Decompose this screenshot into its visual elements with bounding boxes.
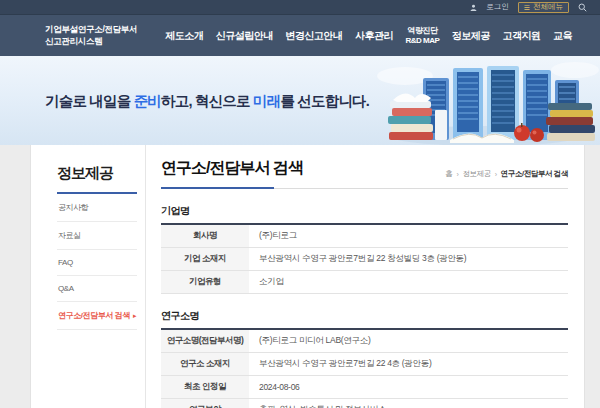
servers-books-illustration xyxy=(375,56,600,145)
breadcrumb-info[interactable]: 정보제공 xyxy=(462,169,490,179)
slogan-accent-1: 준비 xyxy=(134,93,161,109)
search-icon[interactable] xyxy=(578,3,587,12)
row-label: 연구분야 xyxy=(161,399,249,408)
page-title: 연구소/전담부서 검색 xyxy=(161,158,303,179)
main-header: 기업부설연구소/전담부서 신고관리시스템 제도소개 신규설립안내 변경신고안내 … xyxy=(0,15,600,56)
sidebar-item-label: Q&A xyxy=(58,284,74,293)
logo-line2: 신고관리시스템 xyxy=(45,36,137,47)
table-row: 연구소 소재지 부산광역시 수영구 광안로7번길 22 4층 (광안동) xyxy=(161,353,568,376)
nav-item-info[interactable]: 정보제공 xyxy=(452,29,490,43)
section-title-company: 기업명 xyxy=(161,204,568,218)
section-title-lab: 연구소명 xyxy=(161,309,568,323)
sidebar-item-label: 공지사항 xyxy=(58,202,88,213)
row-label: 최초 인정일 xyxy=(161,376,249,399)
content-area: 정보제공 공지사항 자료실 FAQ Q&A 연구소/전담부서 검색 ▸ xyxy=(0,145,600,408)
first-approval-date-value: 2024-08-06 xyxy=(249,376,568,399)
rnd-map-line2: R&D MAP xyxy=(405,36,439,46)
research-field-value: 출판, 영상, 방송통신 및 정보서비스 xyxy=(249,399,568,408)
sidebar-item-search[interactable]: 연구소/전담부서 검색 ▸ xyxy=(57,302,137,330)
sidebar-item-archive[interactable]: 자료실 xyxy=(57,222,137,250)
all-menu-button[interactable]: ☰ 전체메뉴 xyxy=(518,2,569,13)
lab-address-value: 부산광역시 수영구 광안로7번길 22 4층 (광안동) xyxy=(249,353,568,376)
sidebar-item-label: FAQ xyxy=(58,258,73,267)
sidebar-item-notice[interactable]: 공지사항 xyxy=(57,194,137,222)
row-label: 연구소명(전담부서명) xyxy=(161,329,249,353)
all-menu-label: 전체메뉴 xyxy=(533,2,563,12)
utility-bar: 로그인 ☰ 전체메뉴 xyxy=(0,0,600,15)
slogan-part: 기술로 내일을 xyxy=(45,93,134,109)
table-row: 최초 인정일 2024-08-06 xyxy=(161,376,568,399)
main-panel: 연구소/전담부서 검색 홈 › 정보제공 › 연구소/전담부서 검색 기업명 회… xyxy=(146,145,584,408)
hero-banner: 기술로 내일을 준비하고, 혁신으로 미래를 선도합니다. xyxy=(0,56,600,145)
table-row: 연구소명(전담부서명) (주)티로그 미디어 LAB(연구소) xyxy=(161,329,568,353)
company-name-value: (주)티로그 xyxy=(249,224,568,248)
book-stack-right xyxy=(546,103,595,141)
nav-item-support[interactable]: 고객지원 xyxy=(502,29,540,43)
hamburger-icon: ☰ xyxy=(524,4,530,11)
sidebar-item-faq[interactable]: FAQ xyxy=(57,250,137,276)
row-label: 회사명 xyxy=(161,224,249,248)
breadcrumb-current: 연구소/전담부서 검색 xyxy=(501,169,568,179)
company-info-table: 회사명 (주)티로그 기업 소재지 부산광역시 수영구 광안로7번길 22 창성… xyxy=(161,223,568,294)
page-column: 정보제공 공지사항 자료실 FAQ Q&A 연구소/전담부서 검색 ▸ xyxy=(30,145,585,408)
breadcrumb: 홈 › 정보제공 › 연구소/전담부서 검색 xyxy=(445,169,568,179)
row-label: 기업 소재지 xyxy=(161,248,249,271)
nav-item-education[interactable]: 교육 xyxy=(553,29,572,43)
table-row: 연구분야 출판, 영상, 방송통신 및 정보서비스 xyxy=(161,399,568,408)
table-row: 회사명 (주)티로그 xyxy=(161,224,568,248)
breadcrumb-separator: › xyxy=(495,171,497,178)
sidebar-title: 정보제공 xyxy=(57,164,137,194)
sidebar: 정보제공 공지사항 자료실 FAQ Q&A 연구소/전담부서 검색 ▸ xyxy=(31,145,146,408)
site-logo[interactable]: 기업부설연구소/전담부서 신고관리시스템 xyxy=(45,24,137,46)
global-nav: 제도소개 신규설립안내 변경신고안내 사후관리 역량진단 R&D MAP 정보제… xyxy=(165,26,572,45)
nav-item-change-report[interactable]: 변경신고안내 xyxy=(285,29,342,43)
nav-item-intro[interactable]: 제도소개 xyxy=(165,29,203,43)
page-header: 연구소/전담부서 검색 홈 › 정보제공 › 연구소/전담부서 검색 xyxy=(161,158,568,189)
slogan-part: 를 선도합니다. xyxy=(280,93,369,109)
nav-item-new-establish[interactable]: 신규설립안내 xyxy=(216,29,273,43)
sidebar-item-label: 자료실 xyxy=(58,230,81,241)
slogan-accent-2: 미래 xyxy=(253,93,280,109)
breadcrumb-home[interactable]: 홈 xyxy=(445,169,452,179)
company-type-value: 소기업 xyxy=(249,271,568,294)
logo-line1: 기업부설연구소/전담부서 xyxy=(45,24,137,35)
nav-item-post-management[interactable]: 사후관리 xyxy=(355,29,393,43)
table-row: 기업 소재지 부산광역시 수영구 광안로7번길 22 창성빌딩 3층 (광안동) xyxy=(161,248,568,271)
login-link[interactable]: 로그인 xyxy=(486,2,509,12)
sidebar-item-label: 연구소/전담부서 검색 xyxy=(58,310,130,321)
sidebar-item-qna[interactable]: Q&A xyxy=(57,276,137,302)
rnd-map-line1: 역량진단 xyxy=(407,26,437,35)
company-address-value: 부산광역시 수영구 광안로7번길 22 창성빌딩 3층 (광안동) xyxy=(249,248,568,271)
nav-item-rnd-map[interactable]: 역량진단 R&D MAP xyxy=(405,26,439,45)
row-label: 연구소 소재지 xyxy=(161,353,249,376)
user-icon xyxy=(470,4,477,11)
lab-name-value: (주)티로그 미디어 LAB(연구소) xyxy=(249,329,568,353)
row-label: 기업유형 xyxy=(161,271,249,294)
banner-slogan: 기술로 내일을 준비하고, 혁신으로 미래를 선도합니다. xyxy=(45,92,369,111)
active-arrow-icon: ▸ xyxy=(133,312,136,320)
table-row: 기업유형 소기업 xyxy=(161,271,568,294)
lab-info-table: 연구소명(전담부서명) (주)티로그 미디어 LAB(연구소) 연구소 소재지 … xyxy=(161,328,568,408)
breadcrumb-separator: › xyxy=(456,171,458,178)
slogan-part: 하고, 혁신으로 xyxy=(161,93,253,109)
